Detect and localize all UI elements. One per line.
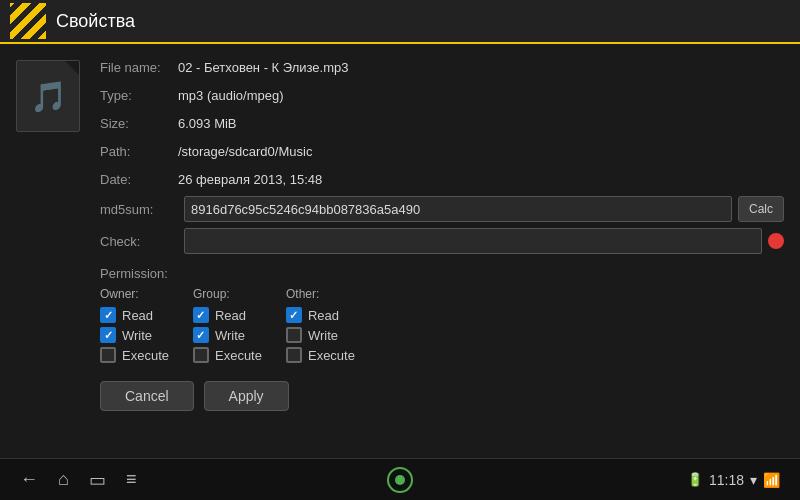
apply-button[interactable]: Apply bbox=[204, 381, 289, 411]
file-icon: 🎵 bbox=[16, 60, 80, 132]
back-icon[interactable]: ← bbox=[20, 469, 38, 491]
buttons-row: Cancel Apply bbox=[100, 381, 784, 411]
filename-label: File name: bbox=[100, 60, 178, 75]
owner-write-label: Write bbox=[122, 328, 152, 343]
md5sum-label: md5sum: bbox=[100, 202, 178, 217]
group-read-checkbox[interactable] bbox=[193, 307, 209, 323]
nav-bar: ← ⌂ ▭ ≡ 🔋 11:18 ▾ 📶 bbox=[0, 458, 800, 500]
title-bar-title: Свойства bbox=[56, 11, 135, 32]
other-read-item: Read bbox=[286, 307, 355, 323]
type-row: Type: mp3 (audio/mpeg) bbox=[100, 84, 784, 106]
owner-group: Owner: Read Write Execute bbox=[100, 287, 169, 363]
home-icon[interactable]: ⌂ bbox=[58, 469, 69, 491]
owner-group-label: Owner: bbox=[100, 287, 169, 301]
owner-execute-item: Execute bbox=[100, 347, 169, 363]
md5sum-input[interactable] bbox=[184, 196, 732, 222]
md5-row: md5sum: Calc bbox=[100, 196, 784, 222]
group-read-label: Read bbox=[215, 308, 246, 323]
title-bar-stripes bbox=[10, 3, 46, 39]
owner-read-label: Read bbox=[122, 308, 153, 323]
calc-button[interactable]: Calc bbox=[738, 196, 784, 222]
owner-execute-checkbox[interactable] bbox=[100, 347, 116, 363]
type-value: mp3 (audio/mpeg) bbox=[178, 88, 284, 103]
owner-read-checkbox[interactable] bbox=[100, 307, 116, 323]
other-write-item: Write bbox=[286, 327, 355, 343]
owner-write-item: Write bbox=[100, 327, 169, 343]
date-row: Date: 26 февраля 2013, 15:48 bbox=[100, 168, 784, 190]
date-label: Date: bbox=[100, 172, 178, 187]
record-button[interactable] bbox=[387, 467, 413, 493]
check-status-red bbox=[768, 233, 784, 249]
group-write-item: Write bbox=[193, 327, 262, 343]
signal-icon: 📶 bbox=[763, 472, 780, 488]
path-label: Path: bbox=[100, 144, 178, 159]
size-row: Size: 6.093 MiB bbox=[100, 112, 784, 134]
path-value: /storage/sdcard0/Music bbox=[178, 144, 312, 159]
main-content: 🎵 File name: 02 - Бетховен - К Элизе.mp3… bbox=[0, 44, 800, 458]
group-execute-label: Execute bbox=[215, 348, 262, 363]
menu-icon[interactable]: ≡ bbox=[126, 469, 137, 491]
other-write-checkbox[interactable] bbox=[286, 327, 302, 343]
record-inner bbox=[395, 475, 405, 485]
clock-display: 11:18 bbox=[709, 472, 744, 488]
owner-read-item: Read bbox=[100, 307, 169, 323]
path-row: Path: /storage/sdcard0/Music bbox=[100, 140, 784, 162]
nav-right: 🔋 11:18 ▾ 📶 bbox=[687, 472, 780, 488]
owner-write-checkbox[interactable] bbox=[100, 327, 116, 343]
filename-row: File name: 02 - Бетховен - К Элизе.mp3 bbox=[100, 56, 784, 78]
size-value: 6.093 MiB bbox=[178, 116, 237, 131]
filename-value: 02 - Бетховен - К Элизе.mp3 bbox=[178, 60, 349, 75]
recent-apps-icon[interactable]: ▭ bbox=[89, 469, 106, 491]
properties-area: File name: 02 - Бетховен - К Элизе.mp3 T… bbox=[100, 56, 784, 446]
music-note-icon: 🎵 bbox=[30, 79, 67, 114]
group-write-label: Write bbox=[215, 328, 245, 343]
other-write-label: Write bbox=[308, 328, 338, 343]
battery-icon: 🔋 bbox=[687, 472, 703, 487]
permission-groups: Owner: Read Write Execute bbox=[100, 287, 784, 363]
other-execute-item: Execute bbox=[286, 347, 355, 363]
group-write-checkbox[interactable] bbox=[193, 327, 209, 343]
check-label: Check: bbox=[100, 234, 178, 249]
nav-center bbox=[387, 467, 413, 493]
date-value: 26 февраля 2013, 15:48 bbox=[178, 172, 322, 187]
cancel-button[interactable]: Cancel bbox=[100, 381, 194, 411]
other-read-label: Read bbox=[308, 308, 339, 323]
other-group-label: Other: bbox=[286, 287, 355, 301]
title-bar: Свойства bbox=[0, 0, 800, 44]
nav-left: ← ⌂ ▭ ≡ bbox=[20, 469, 136, 491]
permissions-section: Permission: Owner: Read Write bbox=[100, 266, 784, 363]
group-read-item: Read bbox=[193, 307, 262, 323]
other-execute-label: Execute bbox=[308, 348, 355, 363]
permission-label: Permission: bbox=[100, 266, 784, 281]
other-group: Other: Read Write Execute bbox=[286, 287, 355, 363]
file-icon-area: 🎵 bbox=[16, 56, 88, 446]
type-label: Type: bbox=[100, 88, 178, 103]
other-execute-checkbox[interactable] bbox=[286, 347, 302, 363]
size-label: Size: bbox=[100, 116, 178, 131]
wifi-icon: ▾ bbox=[750, 472, 757, 488]
group-group: Group: Read Write Execute bbox=[193, 287, 262, 363]
check-row: Check: bbox=[100, 228, 784, 254]
group-group-label: Group: bbox=[193, 287, 262, 301]
group-execute-item: Execute bbox=[193, 347, 262, 363]
check-input[interactable] bbox=[184, 228, 762, 254]
group-execute-checkbox[interactable] bbox=[193, 347, 209, 363]
owner-execute-label: Execute bbox=[122, 348, 169, 363]
other-read-checkbox[interactable] bbox=[286, 307, 302, 323]
